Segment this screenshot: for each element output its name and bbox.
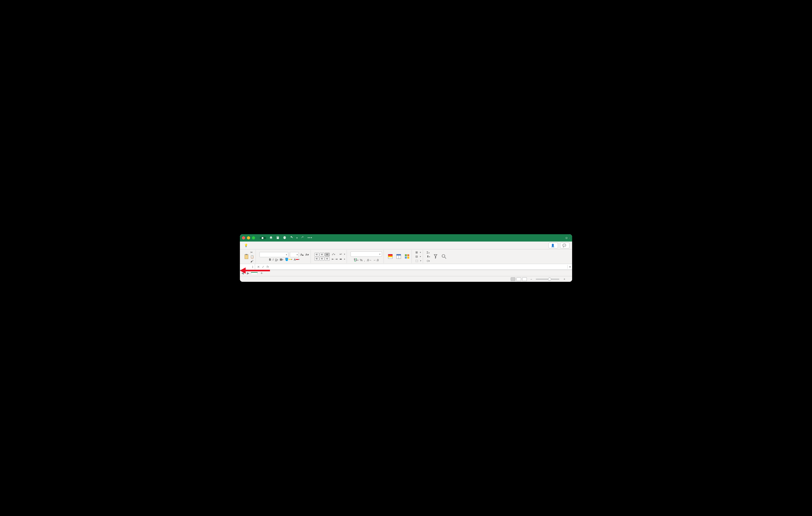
merge-center-button[interactable]: ⬌▾	[340, 257, 345, 261]
expand-formula-bar-icon[interactable]: ▾	[568, 265, 572, 269]
alignment-group: ⤢▾ ⇤ ⇥ ↩▾ ⬌▾	[313, 250, 347, 263]
format-painter-icon[interactable]: 🖌	[250, 260, 254, 263]
fx-icon[interactable]: fx	[267, 265, 269, 269]
home-icon[interactable]	[269, 236, 273, 240]
increase-font-icon[interactable]: A▴	[300, 253, 304, 256]
font-color-button[interactable]: A▾	[294, 258, 299, 261]
wrap-text-icon: ↩	[340, 252, 342, 256]
format-icon: ⬚	[415, 259, 418, 263]
redo-icon[interactable]	[301, 236, 304, 240]
save-icon[interactable]	[276, 236, 280, 240]
tell-me[interactable]: 💡	[244, 244, 249, 247]
merge-icon: ⬌	[340, 257, 342, 261]
fill-icon[interactable]: ⬇▾	[427, 255, 430, 258]
sheet-tab-bar: ◀ ▶ ＋	[240, 270, 572, 276]
orientation-button[interactable]: ⤢▾	[332, 252, 338, 256]
editing-group: Σ▾ ⬇▾ ◇▾	[425, 250, 448, 263]
minimize-icon[interactable]	[247, 236, 250, 239]
align-top-right[interactable]	[325, 253, 329, 256]
emoji-icon[interactable]: ☺ ▾	[565, 236, 570, 240]
percent-icon[interactable]: %	[360, 259, 362, 262]
close-icon[interactable]	[242, 236, 245, 239]
svg-rect-3	[245, 254, 247, 255]
clipboard-group: ✂ 📋 🖌	[242, 250, 256, 263]
comments-button[interactable]: 💬	[560, 243, 570, 248]
number-group: ▾ 💱▾ % , .0→ ←.0	[349, 250, 384, 263]
insert-cells-button[interactable]: ⊞▾	[415, 251, 421, 254]
sort-filter-button[interactable]	[433, 253, 438, 260]
bold-button[interactable]: B	[269, 258, 271, 261]
cell-styles-button[interactable]	[404, 253, 410, 260]
autosum-icon[interactable]: Σ▾	[427, 251, 430, 254]
decrease-decimal-icon[interactable]: ←.0	[373, 259, 379, 262]
svg-rect-5	[388, 254, 393, 256]
decrease-font-icon[interactable]: A▾	[305, 253, 309, 256]
format-cells-button[interactable]: ⬚▾	[415, 259, 421, 263]
print-icon[interactable]	[283, 236, 286, 240]
formula-bar: ▴▾ ✕ ✓ fx ▾	[240, 264, 572, 270]
delete-cells-button[interactable]: ⊟▾	[415, 255, 421, 258]
underline-button[interactable]: U▾	[275, 258, 278, 261]
title-bar: ▾ ••• ☺ ▾	[240, 234, 572, 242]
styles-group	[386, 250, 412, 263]
zoom-slider[interactable]	[536, 279, 559, 280]
zoom-in-icon[interactable]: ＋	[563, 277, 566, 281]
font-name-select[interactable]: ▾	[260, 252, 288, 257]
copy-icon[interactable]: 📋	[250, 255, 254, 259]
autosave-toggle[interactable]	[260, 237, 266, 239]
increase-indent-icon[interactable]: ⇥	[335, 257, 338, 261]
find-select-button[interactable]	[441, 253, 447, 260]
share-icon: 👤	[551, 244, 555, 247]
normal-view-icon[interactable]	[511, 277, 515, 281]
wrap-text-button[interactable]: ↩▾	[340, 252, 345, 256]
quick-access-toolbar: ▾ •••	[269, 236, 313, 240]
font-group: ▾ ▾ A▴ A▾ B I U▾ ▦▾ 🪣▾ A▾	[258, 250, 311, 263]
zoom-out-icon[interactable]: −	[530, 278, 532, 281]
name-box[interactable]: ▴▾	[240, 264, 255, 270]
more-icon[interactable]: •••	[308, 236, 313, 240]
undo-dropdown-icon[interactable]: ▾	[296, 237, 298, 239]
paste-button[interactable]	[243, 253, 249, 260]
align-top-left[interactable]	[314, 253, 319, 256]
svg-rect-10	[405, 254, 407, 256]
border-button[interactable]: ▦▾	[280, 258, 283, 261]
comma-icon[interactable]: ,	[364, 259, 365, 262]
autosave-control[interactable]	[258, 237, 266, 239]
svg-rect-12	[405, 256, 407, 258]
cancel-icon[interactable]: ✕	[257, 265, 260, 269]
page-layout-view-icon[interactable]	[516, 277, 521, 281]
currency-icon[interactable]: 💱▾	[354, 258, 358, 262]
excel-window: ▾ ••• ☺ ▾ 💡 👤 💬	[240, 234, 572, 282]
maximize-icon[interactable]	[252, 236, 255, 239]
format-as-table-button[interactable]	[396, 253, 402, 260]
italic-button[interactable]: I	[272, 258, 273, 261]
ribbon-tabs: 💡 👤 💬	[240, 242, 572, 249]
increase-decimal-icon[interactable]: .0→	[367, 259, 372, 262]
add-sheet-icon[interactable]: ＋	[258, 271, 265, 275]
clear-icon[interactable]: ◇▾	[427, 259, 430, 263]
align-top-center[interactable]	[320, 253, 324, 256]
enter-icon[interactable]: ✓	[262, 265, 264, 269]
conditional-formatting-button[interactable]	[387, 253, 393, 260]
sheet-nav-prev-icon[interactable]: ◀	[240, 271, 245, 275]
font-size-select[interactable]: ▾	[290, 252, 299, 257]
number-format-select[interactable]: ▾	[351, 251, 382, 257]
lightbulb-icon: 💡	[244, 244, 248, 247]
view-buttons[interactable]	[511, 277, 527, 281]
svg-rect-6	[388, 256, 393, 257]
sheet-tab[interactable]	[251, 272, 258, 274]
fill-handle[interactable]	[240, 270, 241, 271]
share-button[interactable]: 👤	[549, 243, 558, 248]
svg-rect-13	[407, 256, 409, 258]
cut-icon[interactable]: ✂	[250, 251, 254, 254]
align-bottom-right[interactable]	[325, 257, 329, 261]
align-bottom-center[interactable]	[320, 257, 324, 261]
svg-point-14	[442, 254, 445, 257]
align-bottom-left[interactable]	[314, 257, 319, 261]
fill-color-button[interactable]: 🪣▾	[285, 258, 292, 261]
page-break-view-icon[interactable]	[522, 277, 527, 281]
decrease-indent-icon[interactable]: ⇤	[332, 257, 334, 261]
undo-icon[interactable]	[290, 236, 293, 240]
svg-rect-2	[245, 254, 248, 259]
sheet-nav-next-icon[interactable]: ▶	[245, 271, 251, 275]
